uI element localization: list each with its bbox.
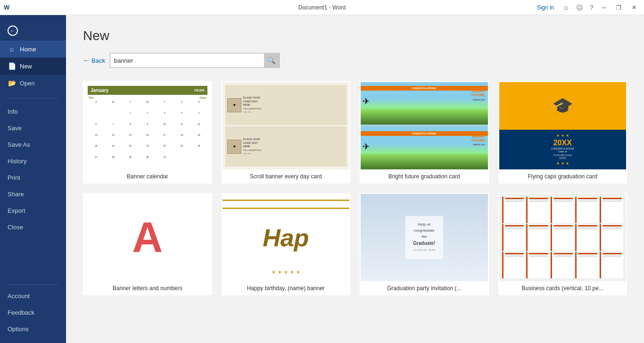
sidebar-divider-2 — [8, 284, 58, 285]
flying-msg: CONGRATULATIONSClass of — [551, 147, 574, 153]
restore-button[interactable]: ❐ — [612, 3, 625, 12]
template-card-biz-cards[interactable]: Business cards (vertical, 10 pe... — [498, 193, 627, 295]
sidebar-item-save-label: Save — [8, 125, 22, 132]
template-label-flying-caps: Flying caps graduation card — [526, 169, 599, 183]
template-card-banner-letters[interactable]: A Banner letters and numbers — [83, 193, 212, 295]
sidebar-item-feedback-label: Feedback — [8, 309, 34, 316]
template-thumb-bright-future: CONGRATULATIONS! BRIGHTFUTUREawaits you … — [361, 82, 488, 169]
sidebar-item-info[interactable]: Info — [0, 103, 66, 120]
search-input[interactable] — [110, 57, 264, 64]
smile-icon[interactable]: ☺ — [561, 3, 571, 12]
help-icon[interactable]: ? — [588, 3, 595, 12]
search-row: ← Back 🔍 — [83, 53, 627, 68]
template-thumb-banner-calendar: January YEAR Title Goals SMTWTFS 12345 6… — [84, 82, 211, 169]
template-card-banner-calendar[interactable]: January YEAR Title Goals SMTWTFS 12345 6… — [83, 81, 212, 184]
flying-year: 20XX — [553, 139, 572, 147]
template-grid: January YEAR Title Goals SMTWTFS 12345 6… — [83, 81, 627, 295]
sign-in-link[interactable]: Sign in — [537, 4, 554, 11]
back-link-label: Back — [91, 57, 105, 64]
back-link[interactable]: ← Back — [83, 57, 105, 64]
scroll-img-top: ✦ — [227, 98, 241, 112]
sidebar-item-print[interactable]: Print — [0, 169, 66, 186]
sidebar-item-history[interactable]: History — [0, 153, 66, 169]
new-icon: 📄 — [8, 62, 16, 70]
template-thumb-banner-letters: A — [84, 194, 211, 281]
minimize-button[interactable]: ─ — [598, 3, 610, 12]
close-button[interactable]: ✕ — [628, 3, 640, 12]
birthday-text: Hap — [263, 224, 309, 252]
sidebar-divider-1 — [8, 98, 58, 99]
template-card-grad-party[interactable]: Help uscongratulatetheGraduate! CLASS OF… — [360, 193, 489, 295]
template-thumb-biz-cards — [499, 194, 627, 281]
sidebar-item-save-as-label: Save As — [8, 141, 30, 148]
sidebar-back-button[interactable]: ← — [0, 21, 66, 41]
template-card-bright-future[interactable]: CONGRATULATIONS! BRIGHTFUTUREawaits you … — [360, 81, 489, 184]
title-bar: W Document1 - Word Sign in ☺ ☹ ? ─ ❐ ✕ — [0, 0, 644, 15]
template-label-grad-party: Graduation party invitation (... — [385, 281, 463, 294]
sidebar-item-share[interactable]: Share — [0, 186, 66, 202]
sidebar-item-new[interactable]: 📄 New — [0, 58, 66, 75]
sidebar-item-export[interactable]: Export — [0, 202, 66, 219]
sidebar-item-export-label: Export — [8, 207, 25, 214]
template-label-happy-birthday: Happy birthday, (name) banner — [245, 281, 327, 294]
sidebar-menu: Info Save Save As History Print Share Ex… — [0, 101, 66, 282]
sidebar-item-new-label: New — [20, 63, 32, 70]
sidebar-item-open-label: Open — [20, 80, 35, 87]
content-area: New ← Back 🔍 January YEAR — [66, 15, 644, 343]
sidebar-item-account-label: Account — [8, 293, 30, 300]
sidebar-item-open[interactable]: 📂 Open — [0, 75, 66, 92]
graduation-cap-icon: 🎓 — [552, 96, 573, 116]
sidebar-item-home-label: Home — [20, 46, 36, 53]
sidebar-item-info-label: Info — [8, 108, 18, 115]
back-arrow-icon: ← — [83, 57, 90, 64]
sidebar-item-feedback[interactable]: Feedback — [0, 304, 66, 321]
template-label-biz-cards: Business cards (vertical, 10 pe... — [520, 281, 605, 294]
template-card-scroll-banner[interactable]: ✦ PLACE YOURCARD TEXTHERE Your subtitle … — [222, 81, 351, 184]
sidebar-item-account[interactable]: Account — [0, 288, 66, 304]
template-label-banner-letters: Banner letters and numbers — [111, 281, 184, 294]
sidebar-item-close-label: Close — [8, 224, 23, 231]
gradparty-text: Help uscongratulatetheGraduate! CLASS OF… — [413, 222, 436, 253]
search-box: 🔍 — [110, 53, 280, 68]
template-label-scroll-banner: Scroll banner every day card — [248, 169, 324, 183]
sidebar-item-home[interactable]: ⌂ Home — [0, 41, 66, 58]
app-body: ← ⌂ Home 📄 New 📂 Open Info Save — [0, 15, 644, 343]
template-card-happy-birthday[interactable]: Hap ★★★★★ Happy birthday, (name) banner — [222, 193, 351, 295]
scroll-img-bottom: ✦ — [227, 140, 241, 154]
template-label-banner-calendar: Banner calendar — [125, 169, 170, 183]
sidebar-item-history-label: History — [8, 158, 26, 165]
sidebar-item-print-label: Print — [8, 174, 20, 181]
template-thumb-happy-birthday: Hap ★★★★★ — [223, 194, 350, 281]
open-icon: 📂 — [8, 79, 16, 87]
big-letter-a: A — [132, 213, 163, 262]
sidebar-item-save[interactable]: Save — [0, 120, 66, 136]
frown-icon[interactable]: ☹ — [574, 3, 585, 12]
sidebar: ← ⌂ Home 📄 New 📂 Open Info Save — [0, 15, 66, 343]
sidebar-item-save-as[interactable]: Save As — [0, 136, 66, 153]
sidebar-item-share-label: Share — [8, 191, 24, 198]
template-label-bright-future: Bright future graduation card — [387, 169, 462, 183]
template-card-flying-caps[interactable]: 🎓 ★★★ 20XX CONGRATULATIONSClass of YOUR … — [498, 81, 627, 184]
back-circle-icon: ← — [8, 25, 18, 36]
template-thumb-flying-caps: 🎓 ★★★ 20XX CONGRATULATIONSClass of YOUR … — [499, 82, 627, 169]
sidebar-item-close[interactable]: Close — [0, 219, 66, 235]
home-icon: ⌂ — [8, 45, 16, 53]
sidebar-bottom: Account Feedback Options — [0, 288, 66, 343]
search-button[interactable]: 🔍 — [264, 53, 279, 68]
template-thumb-grad-party: Help uscongratulatetheGraduate! CLASS OF… — [361, 194, 488, 281]
window-title: Document1 - Word — [298, 4, 346, 11]
template-thumb-scroll-banner: ✦ PLACE YOURCARD TEXTHERE Your subtitle … — [223, 82, 350, 169]
sidebar-item-options-label: Options — [8, 326, 29, 333]
sidebar-item-options[interactable]: Options — [0, 321, 66, 337]
page-title: New — [83, 28, 627, 43]
